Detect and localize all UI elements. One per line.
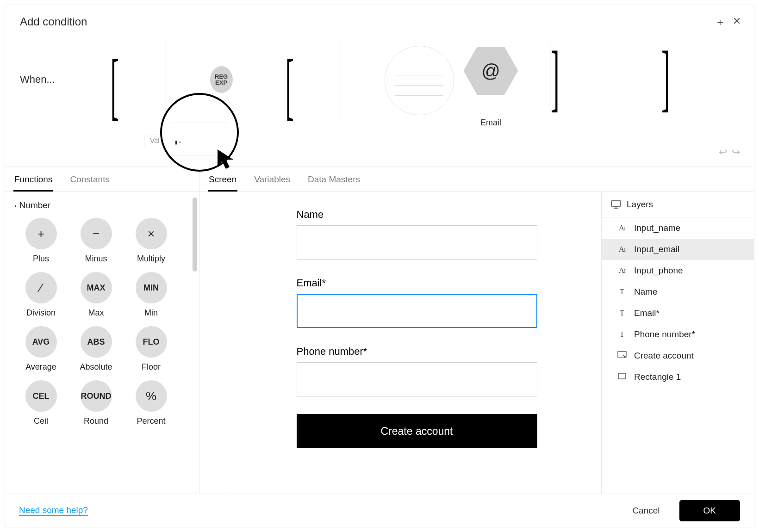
expression-header: Add condition ＋ ✕ When... [ REG EXP [ @ … — [5, 5, 754, 167]
division-icon: ⁄ — [25, 272, 57, 303]
field-label-email: Email* — [297, 277, 537, 289]
tab-data-masters[interactable]: Data Masters — [307, 174, 361, 192]
text-icon: T — [616, 330, 628, 339]
layer-phone-number-[interactable]: TPhone number* — [602, 324, 754, 345]
function-label: Plus — [33, 254, 49, 264]
layer-label: Phone number* — [634, 329, 695, 340]
dialog-footer: Need some help? Cancel OK — [5, 494, 754, 527]
function-division[interactable]: ⁄Division — [14, 272, 68, 318]
function-minus[interactable]: −Minus — [69, 218, 123, 264]
layer-email-[interactable]: TEmail* — [602, 303, 754, 324]
plus-icon: + — [25, 218, 57, 249]
ceil-icon: CEL — [25, 380, 57, 412]
function-multiply[interactable]: ×Multiply — [124, 218, 178, 264]
layer-input-email[interactable]: AIInput_email — [602, 239, 754, 260]
function-label: Ceil — [34, 416, 48, 426]
tab-screen[interactable]: Screen — [208, 174, 237, 192]
functions-section-number[interactable]: › Number — [14, 200, 196, 210]
function-round[interactable]: ROUNDRound — [69, 380, 123, 426]
layer-create-account[interactable]: Create account — [602, 345, 754, 366]
layer-label: Email* — [634, 308, 659, 318]
layers-title: Layers — [627, 199, 653, 210]
field-input-email[interactable] — [297, 294, 537, 328]
multiply-icon: × — [136, 218, 167, 249]
redo-icon[interactable]: ↪ — [732, 146, 740, 158]
text-icon: T — [616, 309, 628, 318]
function-ceil[interactable]: CELCeil — [14, 380, 68, 426]
function-label: Division — [26, 308, 56, 318]
function-label: Round — [84, 416, 108, 426]
tab-functions[interactable]: Functions — [13, 174, 53, 192]
regexp-token[interactable]: REG EXP — [210, 66, 233, 93]
field-label-phonenumber: Phone number* — [297, 346, 537, 358]
layer-label: Input_phone — [634, 266, 683, 276]
tab-constants[interactable]: Constants — [69, 174, 111, 192]
svg-rect-4 — [618, 352, 626, 357]
function-percent[interactable]: %Percent — [124, 380, 178, 426]
bracket-close-icon: ] — [551, 42, 596, 112]
screen-preview: NameEmail*Phone number*Create account — [232, 192, 601, 494]
bracket-open-icon: [ — [107, 42, 165, 121]
layer-label: Rectangle 1 — [634, 372, 681, 382]
percent-icon: % — [136, 380, 167, 412]
function-label: Multiply — [137, 254, 165, 264]
monitor-icon — [611, 200, 621, 209]
function-average[interactable]: AVGAverage — [14, 326, 68, 372]
screen-thumbnail[interactable] — [385, 46, 454, 115]
function-label: Max — [88, 308, 104, 318]
function-label: Average — [25, 362, 56, 372]
ok-button[interactable]: OK — [679, 500, 740, 521]
round-icon: ROUND — [81, 380, 112, 412]
email-regex-token[interactable]: @ — [463, 47, 518, 95]
input-icon: AI — [616, 245, 628, 254]
input-icon: AI — [616, 266, 628, 275]
function-min[interactable]: MINMin — [124, 272, 178, 318]
function-plus[interactable]: +Plus — [14, 218, 68, 264]
tab-variables[interactable]: Variables — [253, 174, 291, 192]
help-link[interactable]: Need some help? — [19, 505, 88, 516]
chevron-right-icon: › — [14, 202, 17, 209]
field-input-phonenumber[interactable] — [297, 362, 537, 396]
layer-label: Input_email — [634, 244, 679, 254]
function-absolute[interactable]: ABSAbsolute — [69, 326, 123, 372]
text-icon: T — [616, 287, 628, 297]
min-icon: MIN — [136, 272, 167, 303]
svg-rect-1 — [611, 201, 621, 206]
input-icon: AI — [616, 223, 628, 233]
function-label: Absolute — [80, 362, 112, 372]
average-icon: AVG — [25, 326, 57, 358]
magnifier-overlay: ▮ ▫ — [160, 93, 239, 172]
bracket-close-icon: ] — [661, 42, 707, 112]
scrollbar-thumb[interactable] — [193, 198, 197, 272]
at-icon: @ — [481, 61, 500, 81]
undo-icon[interactable]: ↩ — [719, 146, 727, 158]
layer-label: Input_name — [634, 223, 680, 233]
function-floor[interactable]: FLOFloor — [124, 326, 178, 372]
max-icon: MAX — [81, 272, 112, 303]
bracket-open-icon: [ — [282, 42, 340, 121]
layer-name[interactable]: TName — [602, 281, 754, 303]
function-label: Percent — [137, 416, 165, 426]
absolute-icon: ABS — [81, 326, 112, 358]
layers-panel: Layers AIInput_nameAIInput_emailAIInput_… — [601, 192, 754, 494]
tabs-bar: FunctionsConstants ScreenVariablesData M… — [5, 167, 754, 192]
field-input-name[interactable] — [297, 225, 537, 260]
layer-rectangle-1[interactable]: Rectangle 1 — [602, 366, 754, 388]
when-label: When... — [20, 74, 55, 86]
layer-label: Name — [634, 287, 658, 297]
button-icon — [616, 351, 628, 361]
layer-input-name[interactable]: AIInput_name — [602, 217, 754, 239]
dialog-title: Add condition — [20, 15, 739, 28]
add-icon[interactable]: ＋ — [715, 15, 725, 29]
condition-dialog: Add condition ＋ ✕ When... [ REG EXP [ @ … — [5, 5, 754, 527]
layer-input-phone[interactable]: AIInput_phone — [602, 260, 754, 281]
minus-icon: − — [81, 218, 112, 249]
cancel-button[interactable]: Cancel — [620, 501, 672, 520]
layer-label: Create account — [634, 351, 694, 361]
function-max[interactable]: MAXMax — [69, 272, 123, 318]
svg-rect-5 — [618, 373, 626, 379]
close-icon[interactable]: ✕ — [733, 15, 741, 29]
create-account-button[interactable]: Create account — [297, 414, 537, 448]
hexagon-label: Email — [480, 118, 501, 128]
floor-icon: FLO — [136, 326, 167, 358]
